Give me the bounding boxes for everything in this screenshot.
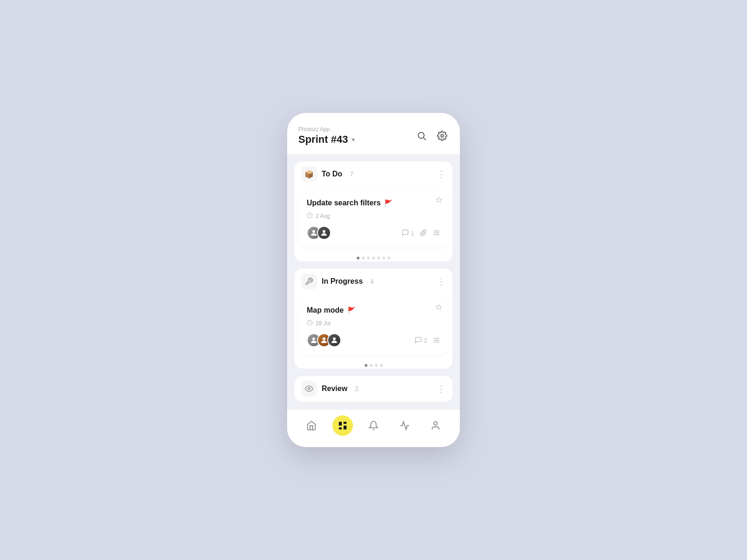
review-icon	[301, 381, 317, 397]
todo-section: 📦 To Do 7 ⋮ Update search	[295, 161, 452, 261]
svg-point-0	[418, 133, 424, 139]
search-button[interactable]	[415, 129, 428, 142]
nav-bar	[287, 409, 460, 447]
clock-icon	[307, 212, 313, 220]
card-title: Update search filters	[307, 199, 381, 207]
comment-button[interactable]: 2	[415, 336, 427, 344]
svg-point-16	[308, 388, 310, 390]
card-actions: 1	[402, 229, 440, 237]
comment-count: 1	[411, 230, 414, 237]
pin-icon	[436, 304, 442, 312]
svg-rect-20	[338, 427, 341, 430]
avatar	[327, 333, 341, 347]
todo-more-button[interactable]: ⋮	[437, 169, 446, 179]
card-title: Map mode	[307, 306, 344, 315]
card-date: 28 Jul	[316, 320, 331, 327]
nav-home-button[interactable]	[301, 415, 322, 436]
settings-button[interactable]	[436, 129, 449, 142]
svg-point-10	[312, 337, 315, 340]
dot	[382, 257, 385, 259]
review-more-button[interactable]: ⋮	[437, 384, 446, 393]
in-progress-more-button[interactable]: ⋮	[437, 277, 446, 286]
sprint-title[interactable]: Sprint #43	[298, 133, 348, 146]
dot	[370, 364, 373, 367]
menu-button[interactable]	[433, 336, 440, 344]
in-progress-count: 4	[370, 278, 374, 285]
header-icons	[415, 129, 449, 142]
in-progress-icon	[301, 273, 317, 289]
svg-rect-19	[343, 426, 346, 429]
card-footer: 2	[307, 333, 440, 347]
pin-icon	[436, 197, 442, 205]
avatar	[317, 226, 331, 240]
svg-point-21	[434, 422, 437, 425]
card-date-row: 28 Jul	[307, 319, 440, 328]
header-left: Photozz App Sprint #43 ▾	[298, 126, 355, 146]
clock-icon	[307, 319, 313, 328]
in-progress-card-wrapper: Map mode 🚩 28 Jul	[295, 294, 452, 359]
card-title-row: Update search filters 🚩	[307, 199, 440, 207]
svg-point-2	[441, 134, 444, 137]
card-actions: 2	[415, 336, 440, 344]
in-progress-section: In Progress 4 ⋮ Map mode	[295, 269, 452, 369]
svg-point-4	[312, 230, 315, 233]
dot	[372, 257, 375, 259]
nav-profile-button[interactable]	[425, 415, 446, 436]
dot	[388, 257, 390, 259]
nav-activity-button[interactable]	[395, 415, 415, 436]
todo-header-left: 📦 To Do 7	[301, 166, 353, 182]
review-title: Review	[322, 385, 347, 393]
nav-notifications-button[interactable]	[363, 415, 384, 436]
svg-rect-18	[343, 422, 346, 424]
review-section: Review 2 ⋮	[295, 376, 452, 402]
menu-button[interactable]	[433, 229, 440, 237]
card-title-row: Map mode 🚩	[307, 306, 440, 315]
review-count: 2	[355, 385, 359, 392]
app-label: Photozz App	[298, 126, 355, 133]
in-progress-pagination	[295, 359, 452, 369]
todo-section-header: 📦 To Do 7 ⋮	[295, 161, 452, 187]
dot	[362, 257, 365, 259]
comment-count: 2	[424, 337, 427, 344]
flag-orange-icon: 🚩	[347, 307, 355, 314]
flag-red-icon: 🚩	[384, 199, 392, 207]
svg-point-5	[323, 230, 325, 233]
in-progress-title: In Progress	[322, 277, 363, 286]
todo-pagination	[295, 252, 452, 261]
card-footer: 1	[307, 226, 440, 240]
dot	[357, 257, 359, 259]
todo-icon: 📦	[301, 166, 317, 182]
card-date: 2 Aug	[316, 213, 330, 219]
card-date-row: 2 Aug	[307, 212, 440, 220]
avatar-group	[307, 226, 331, 240]
todo-count: 7	[350, 170, 353, 178]
header: Photozz App Sprint #43 ▾	[287, 113, 460, 154]
map-mode-card: Map mode 🚩 28 Jul	[299, 299, 448, 355]
todo-card-wrapper: Update search filters 🚩 2 Aug	[295, 187, 452, 252]
dot	[365, 364, 367, 367]
nav-board-button[interactable]	[332, 415, 353, 436]
svg-line-1	[423, 138, 426, 140]
dot	[375, 364, 378, 367]
comment-button[interactable]: 1	[402, 229, 414, 237]
svg-rect-17	[338, 422, 341, 426]
in-progress-section-header: In Progress 4 ⋮	[295, 269, 452, 294]
dot	[380, 364, 383, 367]
update-search-card: Update search filters 🚩 2 Aug	[299, 191, 448, 247]
header-title-row: Sprint #43 ▾	[298, 133, 355, 146]
in-progress-header-left: In Progress 4	[301, 273, 374, 289]
chevron-down-icon[interactable]: ▾	[352, 136, 355, 143]
dot	[377, 257, 380, 259]
content: 📦 To Do 7 ⋮ Update search	[287, 154, 460, 402]
dot	[367, 257, 370, 259]
todo-title: To Do	[322, 170, 342, 178]
avatar-group	[307, 333, 341, 347]
review-section-header: Review 2 ⋮	[295, 376, 452, 401]
attachment-button[interactable]	[420, 229, 427, 237]
review-header-left: Review 2	[301, 381, 359, 397]
svg-point-11	[323, 337, 325, 340]
svg-point-12	[333, 337, 336, 340]
